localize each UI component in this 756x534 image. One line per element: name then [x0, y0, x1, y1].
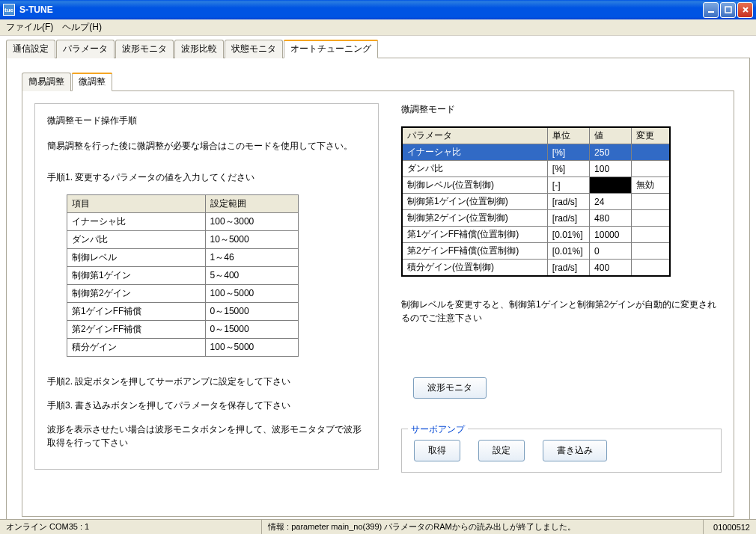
param-cell-value[interactable]: 250	[590, 144, 632, 161]
servo-amp-legend: サーボアンプ	[408, 423, 468, 436]
tab-wave-mon[interactable]: 波形モニタ	[115, 40, 174, 58]
spec-cell-item: 制御第2ゲイン	[67, 285, 206, 303]
tab-comm[interactable]: 通信設定	[6, 40, 55, 58]
spec-cell-item: 制御レベル	[67, 249, 206, 267]
param-cell-change: 無効	[632, 177, 670, 194]
procedure-fieldset: 微調整モード操作手順 簡易調整を行った後に微調整が必要な場合はこのモードを使用し…	[34, 103, 379, 470]
wave-monitor-button[interactable]: 波形モニタ	[413, 377, 487, 399]
param-row[interactable]: 制御第2ゲイン(位置制御)[rad/s]480	[402, 210, 670, 227]
param-cell-unit: [rad/s]	[547, 210, 589, 227]
svg-rect-1	[725, 7, 731, 13]
param-row[interactable]: 第1ゲインFF補償(位置制御)[0.01%]10000	[402, 227, 670, 243]
param-cell-name: 制御第1ゲイン(位置制御)	[402, 194, 547, 210]
status-version: 01000512	[704, 520, 756, 534]
spec-row: 積分ゲイン100～5000	[67, 339, 299, 357]
param-row[interactable]: ダンパ比[%]100	[402, 161, 670, 177]
sub-tabs: 簡易調整 微調整	[22, 72, 734, 90]
spec-cell-range: 100～3000	[205, 213, 298, 231]
param-cell-value[interactable]: 400	[590, 260, 632, 277]
param-row[interactable]: 制御第1ゲイン(位置制御)[rad/s]24	[402, 194, 670, 210]
param-cell-unit: [rad/s]	[547, 260, 589, 277]
param-cell-value[interactable]: 480	[590, 210, 632, 227]
hdr-param: パラメータ	[402, 127, 547, 144]
menubar: ファイル(F) ヘルプ(H)	[0, 19, 756, 36]
spec-row: 制御レベル1～46	[67, 249, 299, 267]
spec-cell-item: ダンパ比	[67, 231, 206, 249]
param-cell-name: 制御第2ゲイン(位置制御)	[402, 210, 547, 227]
app-icon: tue	[3, 4, 15, 16]
close-button[interactable]	[737, 2, 753, 18]
hdr-unit: 単位	[547, 127, 589, 144]
servo-amp-group: サーボアンプ 取得 設定 書き込み	[401, 429, 722, 473]
mode-title: 微調整モード	[401, 103, 722, 116]
param-cell-unit: [rad/s]	[547, 194, 589, 210]
param-cell-value[interactable]	[590, 177, 632, 194]
status-info: 情報 : parameter main_no(399) パラメータのRAMからの…	[262, 520, 704, 534]
spec-cell-item: 制御第1ゲイン	[67, 267, 206, 285]
main-tabs: 通信設定 パラメータ 波形モニタ 波形比較 状態モニタ オートチューニング	[6, 39, 750, 58]
tab-auto-tune[interactable]: オートチューニング	[284, 40, 378, 58]
spec-cell-item: イナーシャ比	[67, 213, 206, 231]
param-row[interactable]: 第2ゲインFF補償(位置制御)[0.01%]0	[402, 243, 670, 260]
spec-table: 項目 設定範囲 イナーシャ比100～3000ダンパ比10～5000制御レベル1～…	[67, 194, 299, 357]
param-cell-name: 第2ゲインFF補償(位置制御)	[402, 243, 547, 260]
param-cell-name: 積分ゲイン(位置制御)	[402, 260, 547, 277]
tab-state-mon[interactable]: 状態モニタ	[225, 40, 283, 58]
param-cell-unit: [%]	[547, 144, 589, 161]
param-cell-unit: [-]	[547, 177, 589, 194]
step2-text: 手順2. 設定ボタンを押してサーボアンプに設定をして下さい	[47, 375, 366, 388]
param-cell-name: 制御レベル(位置制御)	[402, 177, 547, 194]
menu-file[interactable]: ファイル(F)	[6, 21, 53, 34]
maximize-button[interactable]	[720, 2, 736, 18]
param-row[interactable]: 制御レベル(位置制御)[-]無効	[402, 177, 670, 194]
spec-hdr-range: 設定範囲	[205, 195, 298, 213]
param-cell-name: ダンパ比	[402, 161, 547, 177]
get-button[interactable]: 取得	[414, 440, 460, 461]
spec-hdr-item: 項目	[67, 195, 206, 213]
tab-param[interactable]: パラメータ	[56, 40, 115, 58]
procedure-intro: 簡易調整を行った後に微調整が必要な場合はこのモードを使用して下さい。	[47, 139, 366, 153]
menu-help[interactable]: ヘルプ(H)	[62, 21, 102, 34]
param-cell-change	[632, 194, 670, 210]
param-cell-change	[632, 260, 670, 277]
spec-cell-range: 100～5000	[205, 285, 298, 303]
spec-row: 制御第1ゲイン5～400	[67, 267, 299, 285]
wave-note: 波形を表示させたい場合は波形モニタボタンを押して、波形モニタタブで波形取得を行っ…	[47, 423, 366, 449]
param-cell-change	[632, 243, 670, 260]
spec-cell-item: 積分ゲイン	[67, 339, 206, 357]
param-cell-value[interactable]: 0	[590, 243, 632, 260]
spec-cell-range: 5～400	[205, 267, 298, 285]
spec-cell-item: 第1ゲインFF補償	[67, 303, 206, 321]
param-cell-name: イナーシャ比	[402, 144, 547, 161]
param-cell-change	[632, 144, 670, 161]
write-button[interactable]: 書き込み	[543, 440, 607, 461]
param-cell-value[interactable]: 24	[590, 194, 632, 210]
param-cell-value[interactable]: 100	[590, 161, 632, 177]
param-cell-unit: [0.01%]	[547, 243, 589, 260]
step3-text: 手順3. 書き込みボタンを押してパラメータを保存して下さい	[47, 399, 366, 412]
subtab-fine[interactable]: 微調整	[72, 73, 112, 91]
statusbar: オンライン COM35 : 1 情報 : parameter main_no(3…	[0, 519, 756, 534]
tab-wave-cmp[interactable]: 波形比較	[174, 40, 224, 58]
param-row[interactable]: 積分ゲイン(位置制御)[rad/s]400	[402, 260, 670, 277]
param-row[interactable]: イナーシャ比[%]250	[402, 144, 670, 161]
hdr-value: 値	[590, 127, 632, 144]
subtab-easy[interactable]: 簡易調整	[22, 73, 71, 91]
spec-row: 第2ゲインFF補償0～15000	[67, 321, 299, 339]
titlebar: tue S-TUNE	[0, 0, 756, 19]
caution-note: 制御レベルを変更すると、制御第1ゲインと制御第2ゲインが自動的に変更されるのでご…	[401, 298, 722, 325]
spec-cell-range: 0～15000	[205, 303, 298, 321]
subtab-panel: 微調整モード操作手順 簡易調整を行った後に微調整が必要な場合はこのモードを使用し…	[22, 90, 734, 517]
procedure-title: 微調整モード操作手順	[47, 114, 366, 127]
param-cell-change	[632, 210, 670, 227]
main-tab-panel: 簡易調整 微調整 微調整モード操作手順 簡易調整を行った後に微調整が必要な場合は…	[6, 58, 750, 523]
step1-text: 手順1. 変更するパラメータの値を入力してください	[47, 171, 366, 184]
set-button[interactable]: 設定	[478, 440, 525, 461]
spec-cell-range: 0～15000	[205, 321, 298, 339]
minimize-button[interactable]	[703, 2, 719, 18]
param-cell-value[interactable]: 10000	[590, 227, 632, 243]
status-connection: オンライン COM35 : 1	[0, 520, 262, 534]
spec-row: 制御第2ゲイン100～5000	[67, 285, 299, 303]
hdr-change: 変更	[632, 127, 670, 144]
param-table[interactable]: パラメータ 単位 値 変更 イナーシャ比[%]250ダンパ比[%]100制御レベ…	[401, 126, 671, 277]
